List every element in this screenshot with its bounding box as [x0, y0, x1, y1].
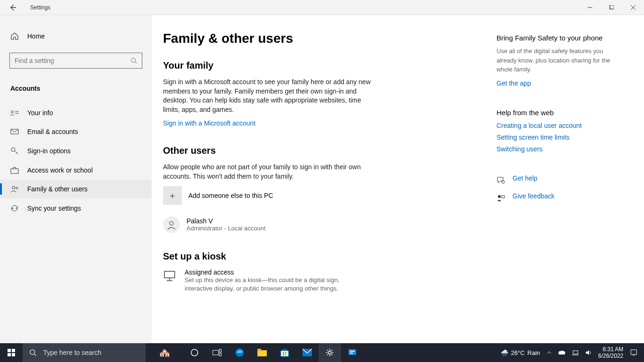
svg-point-43 [328, 351, 331, 354]
section-heading: Your family [163, 60, 482, 71]
nav-family-other-users[interactable]: Family & other users [0, 180, 152, 198]
svg-rect-49 [631, 350, 636, 354]
security-app[interactable] [341, 343, 364, 362]
nav-access-work[interactable]: Access work or school [0, 161, 152, 180]
kiosk-assigned-access[interactable]: Assigned access Set up this device as a … [163, 268, 360, 293]
sidebar: Home Accounts Your info Email & accounts… [0, 15, 152, 343]
help-link[interactable]: Creating a local user account [497, 122, 582, 129]
tray-chevron-up-icon[interactable] [547, 350, 551, 355]
block-title: Help from the web [497, 109, 614, 117]
section-heading: Other users [163, 145, 482, 156]
onedrive-icon[interactable] [558, 350, 566, 355]
explorer-app[interactable] [251, 343, 273, 362]
taskbar-apps [183, 343, 364, 362]
search-icon [131, 57, 137, 64]
nav-label: Family & other users [27, 185, 87, 193]
kiosk-desc: Set up this device as a kiosk—this could… [185, 276, 360, 293]
back-arrow-icon [9, 4, 16, 11]
svg-rect-47 [573, 351, 578, 354]
svg-rect-40 [283, 354, 284, 355]
add-user-label: Add someone else to this PC [188, 192, 273, 199]
svg-line-6 [135, 62, 137, 64]
svg-line-29 [34, 354, 36, 356]
titlebar: Settings [0, 0, 644, 15]
get-help-link[interactable]: Get help [497, 174, 614, 186]
volume-icon[interactable] [585, 349, 592, 356]
kiosk-info: Assigned access Set up this device as a … [185, 268, 360, 293]
svg-rect-26 [8, 353, 11, 356]
nav-label: Sign-in options [27, 147, 71, 155]
help-link[interactable]: Setting screen time limits [497, 134, 570, 141]
nav-email-accounts[interactable]: Email & accounts [0, 122, 152, 141]
avatar-icon [163, 216, 180, 233]
home-nav[interactable]: Home [0, 28, 152, 44]
svg-rect-14 [11, 169, 18, 173]
nav-your-info[interactable]: Your info [0, 103, 152, 122]
taskbar-search[interactable]: Type here to search [23, 343, 146, 362]
svg-point-17 [170, 221, 173, 225]
clock[interactable]: 6:31 AM 6/26/2022 [598, 346, 623, 360]
svg-point-30 [191, 349, 198, 356]
svg-rect-44 [349, 349, 356, 355]
svg-rect-37 [281, 351, 288, 356]
svg-point-11 [11, 148, 15, 151]
search-icon [29, 349, 37, 356]
search-input[interactable] [15, 57, 131, 64]
category-label: Accounts [0, 80, 152, 97]
user-row[interactable]: Palash V Administrator - Local account [163, 216, 482, 233]
block-desc: Use all of the digital safety features y… [497, 47, 614, 74]
home-icon [10, 32, 19, 40]
help-link[interactable]: Switching users [497, 145, 543, 153]
plus-icon: ＋ [163, 186, 182, 205]
family-description: Sign in with a Microsoft account to see … [163, 78, 374, 114]
minimize-button[interactable] [579, 0, 601, 15]
help-web-block: Help from the web Creating a local user … [497, 109, 614, 157]
give-feedback-link[interactable]: Give feedback [497, 192, 614, 204]
svg-rect-24 [8, 349, 11, 352]
get-app-link[interactable]: Get the app [497, 79, 531, 87]
maximize-button[interactable] [601, 0, 622, 15]
add-user-button[interactable]: ＋ Add someone else to this PC [163, 186, 482, 205]
news-widget[interactable]: 🏘️ [146, 347, 183, 358]
weather-cond: Rain [528, 349, 540, 356]
give-feedback-label: Give feedback [512, 192, 555, 200]
settings-app[interactable] [318, 343, 341, 362]
envelope-icon [10, 128, 19, 135]
back-button[interactable] [8, 3, 17, 12]
search-settings[interactable] [9, 53, 142, 69]
svg-rect-32 [219, 349, 221, 352]
window-controls [579, 0, 644, 15]
nav-signin-options[interactable]: Sign-in options [0, 141, 152, 161]
start-button[interactable] [0, 343, 23, 362]
svg-rect-23 [502, 196, 504, 198]
search-placeholder: Type here to search [43, 349, 101, 356]
taskbar: Type here to search 🏘️ 🌧️ 26°C Rain 6:31… [0, 343, 644, 362]
svg-rect-25 [12, 349, 15, 352]
signin-microsoft-link[interactable]: Sign in with a Microsoft account [163, 119, 256, 127]
mail-app[interactable] [296, 343, 318, 362]
store-app[interactable] [273, 343, 296, 362]
weather-icon: 🌧️ [501, 349, 508, 356]
window-title: Settings [30, 4, 50, 11]
notifications-icon[interactable] [630, 349, 637, 356]
nav-label: Sync your settings [27, 205, 81, 212]
monitor-icon [163, 268, 176, 293]
weather-widget[interactable]: 🌧️ 26°C Rain [501, 349, 540, 356]
briefcase-icon [10, 166, 19, 174]
nav-label: Your info [27, 109, 53, 117]
svg-rect-2 [610, 5, 614, 9]
cortana-app[interactable] [183, 343, 206, 362]
section-other-users: Other users Allow people who are not par… [163, 145, 482, 233]
svg-line-12 [15, 151, 18, 154]
svg-rect-45 [350, 351, 355, 352]
svg-rect-46 [350, 353, 353, 354]
svg-rect-27 [12, 353, 15, 356]
section-heading: Set up a kiosk [163, 251, 482, 262]
network-icon[interactable] [572, 349, 579, 356]
get-help-label: Get help [512, 174, 537, 182]
task-view-app[interactable] [206, 343, 228, 362]
nav-sync-settings[interactable]: Sync your settings [0, 198, 152, 218]
close-button[interactable] [622, 0, 644, 15]
edge-app[interactable] [228, 343, 251, 362]
home-label: Home [27, 32, 45, 40]
